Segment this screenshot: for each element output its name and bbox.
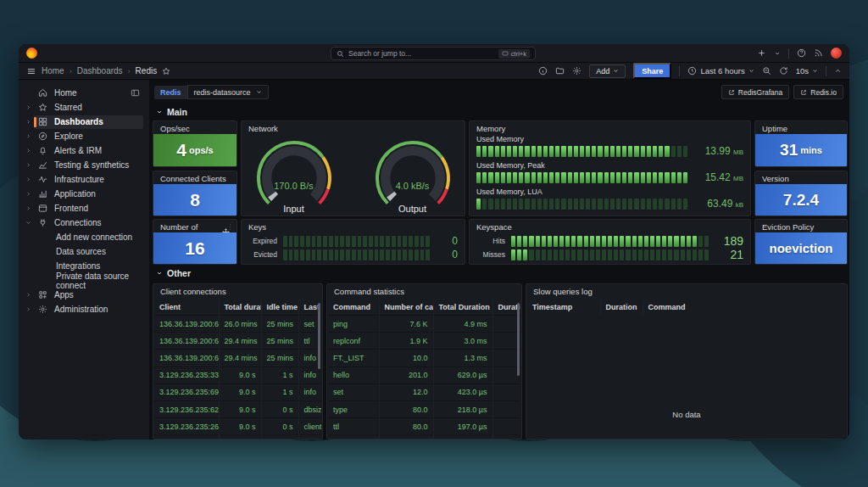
apps-icon (38, 290, 47, 299)
search-input[interactable]: Search or jump to... ctrl+k (331, 47, 536, 60)
dock-sidebar-icon[interactable] (131, 88, 140, 98)
sidebar-item-connections[interactable]: Connections (19, 216, 149, 230)
refresh-icon[interactable] (779, 66, 788, 76)
column-header[interactable]: Command (643, 299, 846, 315)
bar-value: 63.49 kB (694, 198, 743, 210)
datasource-dropdown[interactable]: redis-datasource (187, 85, 269, 99)
plus-icon[interactable] (757, 48, 766, 58)
column-header[interactable]: Idle time ↓ (261, 299, 298, 316)
table-cell: 25 mins (261, 316, 298, 333)
lcd-bar (476, 146, 687, 157)
sidebar-item-alerts-irm[interactable]: Alerts & IRM (19, 143, 149, 158)
column-header[interactable]: Duration (600, 299, 643, 315)
plug-icon (38, 218, 47, 227)
sidebar-item-apps[interactable]: Apps (19, 288, 149, 302)
table-cell: 197.0 µs (433, 418, 492, 435)
scrollbar[interactable] (318, 303, 320, 369)
table-cell: 3.0 ms (433, 333, 492, 350)
chevron-down-icon (812, 68, 818, 74)
column-header[interactable]: Client (154, 299, 219, 316)
table-cell: 80.0 (379, 418, 433, 435)
sidebar-item-data-sources[interactable]: Data sources (19, 244, 149, 259)
add-button[interactable]: Add (589, 64, 626, 78)
grafana-logo-icon[interactable] (26, 48, 37, 59)
panel-ops-sec: Ops/sec 4ops/s (153, 120, 237, 167)
dashboard-canvas: Redis redis-datasource RedisGrafana Redi… (149, 80, 849, 439)
table-cell: 629.0 µs (433, 367, 492, 383)
panel-uptime: Uptime 31mins (754, 120, 848, 167)
link-redisgrafana[interactable]: RedisGrafana (721, 85, 789, 99)
sidebar-item-explore[interactable]: Explore (19, 129, 149, 143)
gear-settings-icon[interactable] (572, 66, 581, 76)
column-header[interactable]: Total Duration ↓ (433, 299, 492, 316)
table-row: hello201.0629.0 µs (328, 367, 520, 383)
table-row: 3.129.236.235:6249.0 s0 sdbsize (154, 400, 321, 417)
link-redis-io[interactable]: Redis.io (793, 85, 843, 99)
scrollbar[interactable] (517, 303, 520, 376)
help-icon[interactable] (797, 48, 806, 58)
bar-value: 0 (436, 235, 458, 247)
zoom-out-icon[interactable] (762, 66, 771, 76)
chevron-down-icon[interactable] (774, 50, 781, 57)
table-cell: 3.129.236.235:336 (154, 367, 219, 383)
folder-icon[interactable] (555, 66, 565, 76)
table-row: 3.129.236.235:4859.0 s0 sinfo (154, 435, 321, 439)
bar-value: 13.99 MB (694, 145, 743, 157)
sidebar-item-starred[interactable]: Starred (19, 100, 149, 115)
panel-title[interactable]: Keys (242, 220, 465, 234)
news-rss-icon[interactable] (814, 48, 823, 58)
panel-title[interactable]: Command statistics (327, 284, 521, 299)
table-cell: 136.36.139.200:631 (154, 350, 219, 367)
panel-title[interactable]: Slow queries log (526, 284, 847, 299)
column-header[interactable]: Command (328, 299, 379, 316)
column-header[interactable]: Total duration (219, 299, 261, 316)
table-cell: 29.4 mins (219, 350, 261, 367)
table-cell: 12.0 (379, 383, 433, 400)
chevron-up-icon[interactable] (834, 67, 842, 75)
breadcrumb-separator: › (70, 67, 72, 76)
share-button[interactable]: Share (633, 63, 671, 79)
lcd-bar (511, 249, 709, 260)
gauge-input: 170.0 B/s Input (248, 137, 341, 216)
table-row: 136.36.139.200:63126.0 mins25 minsset (154, 316, 321, 333)
sidebar-item-home[interactable]: Home (19, 86, 149, 100)
breadcrumb-home[interactable]: Home (42, 66, 64, 76)
stat-value: 16 (153, 232, 236, 264)
breadcrumb-current[interactable]: Redis (136, 66, 158, 76)
table-cell: 4.9 ms (433, 316, 492, 333)
dashboards-grid-icon (38, 117, 47, 126)
panel-title[interactable]: Keyspace (470, 220, 750, 234)
menu-hamburger-icon[interactable] (26, 66, 36, 76)
info-icon[interactable] (538, 66, 548, 76)
table-cell: hello (328, 367, 379, 383)
row-section-main[interactable]: Main (156, 107, 187, 117)
sidebar-item-infrastructure[interactable]: Infrastructure (19, 172, 149, 187)
column-header[interactable]: Timestamp (527, 299, 600, 315)
command-statistics-table: CommandNumber of callsTotal Duration ↓Du… (328, 299, 520, 439)
table-cell: ttl (328, 418, 379, 435)
column-header[interactable]: Number of calls (379, 299, 433, 316)
sidebar-item-testing-synthetics[interactable]: Testing & synthetics (19, 158, 149, 172)
user-avatar[interactable] (831, 48, 842, 59)
sidebar-item-application[interactable]: Application (19, 187, 149, 201)
table-cell: 9.0 s (219, 383, 261, 400)
bell-icon (38, 146, 47, 155)
breadcrumb-dashboards[interactable]: Dashboards (77, 66, 123, 76)
sidebar-item-administration[interactable]: Administration (19, 302, 149, 316)
refresh-interval-picker[interactable]: 10s (796, 66, 818, 76)
sidebar-item-dashboards[interactable]: Dashboards (19, 115, 149, 129)
table-cell: info (298, 435, 321, 439)
time-range-picker[interactable]: Last 6 hours (687, 66, 754, 76)
chevron-right-icon (25, 104, 31, 110)
sidebar-item-private-data-source-connect[interactable]: Private data source connect (19, 273, 149, 288)
table-cell: dbsize (298, 400, 321, 417)
panel-title[interactable]: Memory (470, 121, 750, 136)
table-cell: 3.129.236.235:485 (154, 435, 219, 439)
table-cell: replconf (328, 333, 379, 350)
star-favorite-icon[interactable] (162, 67, 170, 76)
row-section-other[interactable]: Other (156, 268, 191, 278)
panel-menu-icon[interactable]: ⋮ (226, 222, 234, 231)
panel-title[interactable]: Client connections (153, 284, 322, 299)
sidebar-item-frontend[interactable]: Frontend (19, 201, 149, 216)
sidebar-item-add-new-connection[interactable]: Add new connection (19, 230, 149, 244)
